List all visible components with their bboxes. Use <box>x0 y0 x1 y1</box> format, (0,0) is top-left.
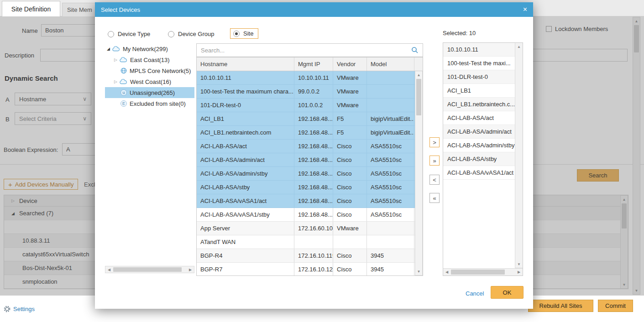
device-row[interactable]: 100-test-Test the maximum chara... 99.0.… <box>197 85 423 99</box>
cell-mgmt-ip <box>294 235 333 249</box>
selected-device-item[interactable]: ACI_LB1.netbraintech.c... <box>443 98 515 111</box>
cell-hostname: ACI-LAB-ASA/stby <box>197 181 294 194</box>
tree-item-west-coast[interactable]: ▷ West Coast(16) <box>105 76 194 87</box>
tree-item-label: Unassigned(265) <box>130 89 175 96</box>
device-row[interactable]: 101-DLR-test-0 101.0.0.2 VMware <box>197 99 423 112</box>
scrollbar-thumb[interactable] <box>416 79 421 115</box>
device-row[interactable]: ACI_LB1 192.168.48... F5 bigipVirtualEdi… <box>197 112 423 126</box>
modal-title: Select Devices <box>101 6 140 13</box>
cell-model: 3945 <box>367 263 414 276</box>
site-tree: ◢ My Network(299) ▷ East Coast(13) MPLS … <box>105 43 194 265</box>
move-right-button[interactable]: > <box>429 137 440 147</box>
cell-vendor <box>333 235 367 249</box>
search-icon[interactable] <box>411 47 419 54</box>
device-row[interactable]: 10.10.10.11 10.10.10.11 VMware <box>197 71 423 85</box>
selected-device-item[interactable]: ACI-LAB-ASA/vASA1/act <box>443 166 515 180</box>
cell-vendor: Cisco <box>333 167 367 180</box>
selected-list-scrollbar[interactable]: ▲ ▼ <box>515 43 523 268</box>
device-row[interactable]: ACI_LB1.netbraintech.com 192.168.48... F… <box>197 126 423 140</box>
scrollbar-thumb[interactable] <box>451 270 505 275</box>
cell-hostname: 100-test-Test the maximum chara... <box>197 85 294 98</box>
radio-device-type[interactable]: Device Type <box>108 31 150 37</box>
cell-vendor: VMware <box>333 222 367 235</box>
cell-model <box>367 71 414 84</box>
cloud-icon <box>119 57 127 62</box>
device-row[interactable]: BGP-R4 172.16.10.119 Cisco 3945 <box>197 249 423 263</box>
ok-button[interactable]: OK <box>491 286 524 299</box>
tree-item-east-coast[interactable]: ▷ East Coast(13) <box>105 54 194 65</box>
radio-device-group-label: Device Group <box>178 31 214 37</box>
cancel-button[interactable]: Cancel <box>466 290 484 297</box>
cell-mgmt-ip: 192.168.48... <box>294 112 333 125</box>
device-row[interactable]: ACI-LAB-ASA/stby 192.168.48... Cisco ASA… <box>197 181 423 194</box>
scrollbar-thumb[interactable] <box>113 267 182 272</box>
device-search-input[interactable] <box>201 47 411 54</box>
device-row[interactable]: ACI-LAB-ASA/admin/stby 192.168.48... Cis… <box>197 167 423 181</box>
cell-hostname: ATandT WAN <box>197 235 294 249</box>
selected-device-item[interactable]: 101-DLR-test-0 <box>443 70 515 84</box>
cell-mgmt-ip: 192.168.48... <box>294 140 333 153</box>
scroll-right-icon[interactable]: ▶ <box>515 269 523 275</box>
move-all-right-button[interactable]: » <box>429 156 440 166</box>
device-row[interactable]: ACI-LAB-ASA/vASA1/stby 192.168.48... Cis… <box>197 208 423 222</box>
caret-collapsed-icon[interactable]: ▷ <box>114 57 117 62</box>
cell-model: 3945 <box>367 249 414 262</box>
tree-item-mpls-core-network[interactable]: MPLS Core Network(5) <box>105 65 194 76</box>
tree-horizontal-scrollbar[interactable]: ◀ ▶ <box>105 266 194 273</box>
cell-hostname: BGP-R4 <box>197 249 294 262</box>
caret-expanded-icon[interactable]: ◢ <box>107 47 110 51</box>
tree-item-label: My Network(299) <box>123 46 168 52</box>
selected-device-item[interactable]: ACI_LB1 <box>443 84 515 98</box>
cell-hostname: ACI-LAB-ASA/act <box>197 140 294 153</box>
move-left-button[interactable]: < <box>429 175 440 185</box>
device-row[interactable]: ATandT WAN <box>197 235 423 249</box>
tab-site-definition[interactable]: Site Definition <box>2 1 60 16</box>
cell-hostname: 10.10.10.11 <box>197 71 294 84</box>
device-row[interactable]: ACI-LAB-ASA/admin/act 192.168.48... Cisc… <box>197 153 423 167</box>
cell-model: ASA5510sc <box>367 181 414 194</box>
close-icon[interactable]: × <box>523 6 527 13</box>
radio-site[interactable]: Site <box>230 28 258 39</box>
column-vendor[interactable]: Vendor <box>333 57 367 71</box>
cell-mgmt-ip: 101.0.0.2 <box>294 99 333 112</box>
device-row[interactable]: ACI-LAB-ASA/act 192.168.48... Cisco ASA5… <box>197 140 423 153</box>
tree-item-my-network[interactable]: ◢ My Network(299) <box>105 43 194 54</box>
column-hostname[interactable]: Hostname <box>197 57 294 71</box>
cell-vendor: VMware <box>333 85 367 98</box>
column-filler <box>414 57 423 71</box>
scroll-left-icon[interactable]: ◀ <box>105 266 113 273</box>
settings-button[interactable]: Settings <box>4 306 35 312</box>
tree-item-unassigned[interactable]: u Unassigned(265) <box>105 87 194 98</box>
scroll-down-icon[interactable]: ▼ <box>515 260 523 268</box>
cell-mgmt-ip: 192.168.48... <box>294 153 333 166</box>
selected-device-item[interactable]: ACI-LAB-ASA/act <box>443 111 515 125</box>
radio-icon <box>108 31 114 37</box>
caret-collapsed-icon[interactable]: ▷ <box>114 79 117 84</box>
device-row[interactable]: ACI-LAB-ASA/vASA1/act 192.168.48... Cisc… <box>197 194 423 208</box>
device-table-scrollbar[interactable]: ▲ ▼ <box>415 71 423 275</box>
cell-mgmt-ip: 192.168.48... <box>294 208 333 221</box>
selected-device-item[interactable]: ACI-LAB-ASA/admin/act <box>443 125 515 139</box>
commit-button[interactable]: Commit <box>598 300 633 312</box>
scroll-down-icon[interactable]: ▼ <box>415 268 422 275</box>
cell-hostname: ACI-LAB-ASA/vASA1/stby <box>197 208 294 221</box>
selected-device-item[interactable]: 100-test-Test the maxi... <box>443 57 515 70</box>
tree-item-label: East Coast(13) <box>130 57 170 63</box>
column-model[interactable]: Model <box>367 57 414 71</box>
scroll-right-icon[interactable]: ▶ <box>187 266 194 273</box>
selected-device-item[interactable]: ACI-LAB-ASA/admin/stby <box>443 139 515 152</box>
selected-device-item[interactable]: 10.10.10.11 <box>443 43 515 57</box>
selected-device-item[interactable]: ACI-LAB-ASA/stby <box>443 152 515 166</box>
scroll-left-icon[interactable]: ◀ <box>443 269 450 275</box>
device-row[interactable]: BGP-R7 172.16.10.122 Cisco 3945 <box>197 263 423 276</box>
tree-item-excluded-from-site[interactable]: E Excluded from site(0) <box>105 98 194 109</box>
cell-mgmt-ip: 172.16.10.122 <box>294 263 333 276</box>
radio-device-group[interactable]: Device Group <box>168 31 214 37</box>
move-all-left-button[interactable]: « <box>429 193 440 203</box>
column-mgmt-ip[interactable]: Mgmt IP <box>294 57 333 71</box>
rebuild-all-sites-button[interactable]: Rebuild All Sites <box>528 300 593 312</box>
scroll-up-icon[interactable]: ▲ <box>415 71 422 78</box>
selected-list-horizontal-scrollbar[interactable]: ◀ ▶ <box>443 268 523 275</box>
scroll-up-icon[interactable]: ▲ <box>515 43 523 50</box>
device-row[interactable]: App Server 172.16.60.100 VMware <box>197 222 423 235</box>
